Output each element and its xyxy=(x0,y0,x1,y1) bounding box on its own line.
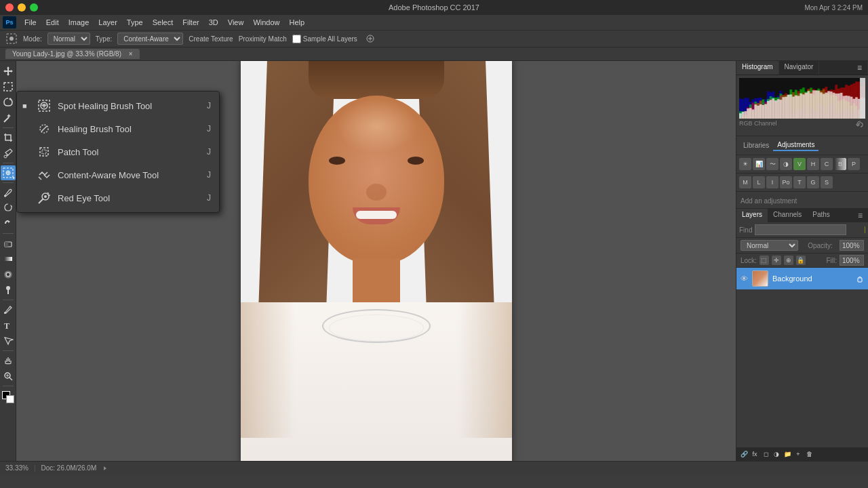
gradient-tool[interactable] xyxy=(1,251,16,266)
history-brush-tool[interactable] xyxy=(1,216,16,231)
layer-visibility-icon[interactable]: 👁 xyxy=(741,274,748,283)
layer-toggle-filter[interactable] xyxy=(865,226,865,233)
foreground-background-colors[interactable] xyxy=(1,390,16,405)
document-tab[interactable]: Young Lady-1.jpg @ 33.3% (RGB/8) × xyxy=(5,49,140,59)
layers-panel-menu[interactable]: ≡ xyxy=(852,209,868,222)
eyedropper-tool[interactable] xyxy=(1,146,16,161)
adj-selective-color-icon[interactable]: S xyxy=(821,176,833,188)
svg-rect-16 xyxy=(4,257,12,261)
close-button[interactable] xyxy=(5,3,14,12)
lock-all-icon[interactable]: 🔒 xyxy=(796,256,806,265)
adj-photo-icon[interactable]: P xyxy=(848,158,860,170)
close-tab-button[interactable]: × xyxy=(129,50,133,58)
menu-3d[interactable]: 3D xyxy=(205,17,222,28)
layer-search-icon xyxy=(849,226,850,234)
background-layer[interactable]: 👁 Background xyxy=(736,268,868,289)
path-select-tool[interactable] xyxy=(1,333,16,348)
healing-brush-tool[interactable]: ▸ xyxy=(1,165,16,180)
layer-link-button[interactable]: 🔗 xyxy=(739,449,749,459)
menu-select[interactable]: Select xyxy=(149,17,178,28)
fullscreen-button[interactable] xyxy=(30,3,38,12)
lock-artboard-icon[interactable]: ⊕ xyxy=(784,256,793,265)
navigator-tab[interactable]: Navigator xyxy=(779,61,820,75)
content-aware-menu-item[interactable]: Content-Aware Move Tool J xyxy=(17,163,219,186)
minimize-button[interactable] xyxy=(18,3,26,12)
magic-wand-tool[interactable] xyxy=(1,110,16,125)
red-eye-menu-item[interactable]: Red Eye Tool J xyxy=(17,186,219,209)
dodge-tool[interactable] xyxy=(1,283,16,298)
layer-color-icon[interactable] xyxy=(862,226,863,234)
menu-edit[interactable]: Edit xyxy=(42,17,63,28)
crop-tool[interactable] xyxy=(1,130,16,145)
svg-text:fx: fx xyxy=(859,229,859,230)
doc-size-arrow[interactable] xyxy=(102,465,108,472)
mode-select[interactable]: Normal xyxy=(47,33,90,45)
adj-threshold-icon[interactable]: T xyxy=(793,176,806,188)
menu-layer[interactable]: Layer xyxy=(94,17,121,28)
layer-effects-button[interactable]: fx xyxy=(750,449,760,459)
layer-attr-icon[interactable]: fx xyxy=(859,226,859,234)
menu-image[interactable]: Image xyxy=(64,17,94,28)
layer-filter-icon[interactable] xyxy=(852,226,853,234)
healing-brush-menu-item[interactable]: Healing Brush Tool J xyxy=(17,117,219,140)
adj-posterize-icon[interactable]: Po xyxy=(780,176,792,188)
adj-curves-icon[interactable]: 〜 xyxy=(766,158,778,170)
patch-tool-menu-item[interactable]: Patch Tool J xyxy=(17,140,219,163)
layer-adjustment-button[interactable]: ◑ xyxy=(772,449,781,459)
opacity-input[interactable] xyxy=(840,240,864,251)
delete-layer-button[interactable]: 🗑 xyxy=(804,449,814,459)
move-tool[interactable] xyxy=(1,64,16,79)
layer-search-input[interactable] xyxy=(755,224,846,235)
adj-brightness-icon[interactable]: ☀ xyxy=(739,158,751,170)
lasso-tool[interactable] xyxy=(1,95,16,110)
adj-colorbalance-icon[interactable]: C xyxy=(821,158,833,170)
layer-mask-button[interactable]: ◻ xyxy=(761,449,770,459)
layers-tab-channels[interactable]: Channels xyxy=(768,209,807,222)
adj-vibrance-icon[interactable]: V xyxy=(793,158,806,170)
layer-kind-icon[interactable] xyxy=(856,226,856,234)
fill-input[interactable] xyxy=(840,255,864,266)
type-select[interactable]: Content-Aware xyxy=(117,33,183,45)
menu-file[interactable]: File xyxy=(20,17,41,28)
blend-mode-select[interactable]: Normal xyxy=(741,240,798,251)
zoom-tool[interactable] xyxy=(1,369,16,384)
eraser-tool[interactable] xyxy=(1,236,16,251)
adjustments-tab[interactable]: Adjustments xyxy=(773,140,818,151)
blur-tool[interactable] xyxy=(1,267,16,282)
svg-point-18 xyxy=(6,272,10,277)
adj-exposure-icon[interactable]: ◑ xyxy=(780,158,792,170)
text-tool[interactable]: T xyxy=(1,318,16,333)
sample-all-layers-checkbox[interactable]: Sample All Layers xyxy=(292,35,357,43)
ps-logo: Ps xyxy=(3,16,16,28)
histogram-refresh-icon[interactable] xyxy=(856,120,865,129)
hand-tool[interactable] xyxy=(1,353,16,368)
adj-bw-icon[interactable]: B xyxy=(834,158,846,170)
brush-tool[interactable] xyxy=(1,185,16,200)
lock-pixels-icon[interactable]: ⬚ xyxy=(760,256,769,265)
menu-view[interactable]: View xyxy=(224,17,248,28)
lock-move-icon[interactable]: ✛ xyxy=(772,256,781,265)
adj-hsl-icon[interactable]: H xyxy=(807,158,819,170)
layers-tab-paths[interactable]: Paths xyxy=(807,209,835,222)
menu-type[interactable]: Type xyxy=(123,17,147,28)
spot-healing-menu-item[interactable]: ■ Spot Healing Brush Tool J xyxy=(17,94,219,117)
layers-tab-layers[interactable]: Layers xyxy=(736,209,768,222)
background-color[interactable] xyxy=(6,395,14,403)
adj-color-lookup-icon[interactable]: L xyxy=(753,176,765,188)
libraries-tab[interactable]: Libraries xyxy=(739,140,773,150)
adj-gradient-map-icon[interactable]: G xyxy=(807,176,819,188)
menu-filter[interactable]: Filter xyxy=(178,17,203,28)
lock-label: Lock: xyxy=(741,257,757,264)
histogram-tab[interactable]: Histogram xyxy=(736,61,779,75)
panel-options-button[interactable]: ≡ xyxy=(852,61,868,75)
adj-invert-icon[interactable]: I xyxy=(766,176,778,188)
clone-stamp-tool[interactable] xyxy=(1,201,16,216)
menu-window[interactable]: Window xyxy=(249,17,283,28)
marquee-tool[interactable] xyxy=(1,79,16,94)
pen-tool[interactable] xyxy=(1,302,16,317)
menu-help[interactable]: Help xyxy=(285,17,309,28)
layer-group-button[interactable]: 📁 xyxy=(783,449,792,459)
adj-levels-icon[interactable]: 📊 xyxy=(753,158,765,170)
adj-channel-mixer-icon[interactable]: M xyxy=(739,176,751,188)
new-layer-button[interactable]: + xyxy=(793,449,803,459)
